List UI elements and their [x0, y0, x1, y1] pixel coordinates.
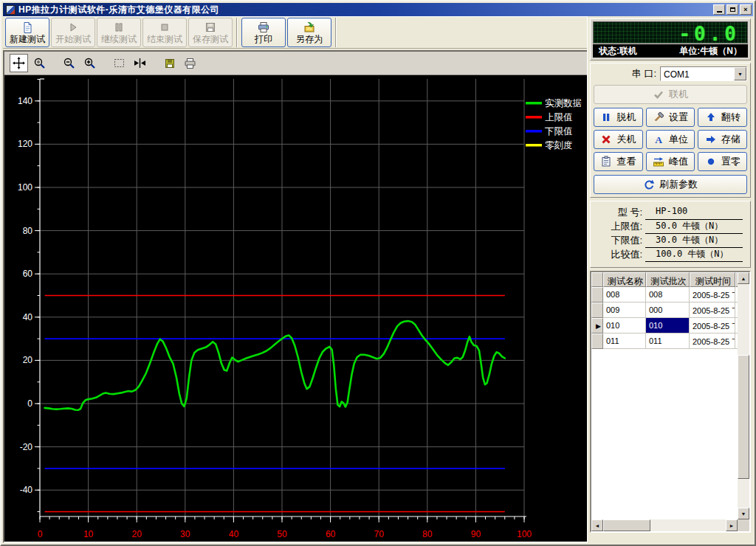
table-vertical-scrollbar[interactable]: ▲ ▼: [738, 272, 749, 519]
row-selector-header: [591, 272, 603, 287]
table-cell[interactable]: 011: [646, 334, 690, 349]
table-row[interactable]: 0080082005-8-25 下午: [591, 287, 738, 303]
floppy-arrow-icon: [303, 21, 315, 34]
info-row: 比较值:100.0 牛顿（N）: [595, 248, 743, 262]
legend-label: 零刻度: [545, 140, 573, 151]
table-cell[interactable]: 2005-8-25 下午: [690, 318, 735, 334]
column-header[interactable]: 测试批次: [646, 272, 690, 287]
y-tick-label: 120: [18, 139, 32, 149]
com-port-select[interactable]: COM1 ▼: [660, 66, 747, 81]
save-as-button[interactable]: 另存为: [287, 18, 331, 47]
stop-icon: [159, 21, 171, 34]
power-off-button[interactable]: 关机: [594, 130, 643, 149]
print-button[interactable]: 打印: [241, 18, 286, 47]
horizontal-scroll-thumb[interactable]: [603, 519, 650, 531]
zoom-drag-icon: [33, 57, 46, 69]
table-cell[interactable]: 2005-8-25 下午: [690, 303, 735, 318]
table-cell[interactable]: 2005-8-25 下午: [690, 287, 735, 303]
force-chart: -40-200204060801001201400102030405060708…: [4, 75, 588, 542]
zoom-out-button[interactable]: [60, 54, 78, 72]
status-label: 状态:联机: [599, 45, 637, 58]
refresh-params-button[interactable]: 刷新参数: [594, 175, 747, 194]
peak-button[interactable]: 峰值: [646, 152, 695, 171]
y-tick-label: 100: [18, 182, 32, 193]
chart-area: -40-200204060801001201400102030405060708…: [4, 75, 588, 542]
scroll-up-icon[interactable]: ▲: [738, 272, 749, 284]
offline-button[interactable]: 脱机: [594, 108, 643, 127]
vertical-scroll-thumb[interactable]: [738, 355, 749, 479]
info-value: 30.0 牛顿（N）: [645, 234, 743, 248]
save-chart-button[interactable]: [160, 54, 179, 72]
check-gray-icon: [653, 89, 664, 100]
table-cell[interactable]: 010: [603, 318, 646, 334]
legend-swatch: [526, 130, 542, 133]
x-tick-label: 80: [422, 529, 433, 539]
legend-swatch: [526, 102, 542, 105]
x-tick-label: 20: [132, 529, 142, 539]
x-tick-label: 10: [83, 529, 94, 539]
connect-button[interactable]: 联机: [594, 85, 747, 104]
select-region-button[interactable]: [110, 54, 128, 72]
column-header[interactable]: 测试名称: [603, 272, 646, 287]
table-row[interactable]: 0090002005-8-25 下午: [591, 303, 738, 318]
flip-button[interactable]: 翻转: [698, 108, 747, 127]
chevron-down-icon[interactable]: ▼: [734, 67, 746, 80]
printer-color-icon: [257, 21, 270, 34]
legend-label: 实测数据: [545, 98, 582, 108]
new-test-button[interactable]: 新建测试: [5, 18, 49, 47]
printer-small-icon: [184, 58, 196, 69]
zoom-drag-button[interactable]: [30, 54, 49, 72]
scroll-right-icon[interactable]: ►: [726, 519, 738, 531]
current-row-marker-icon: ▶: [596, 322, 601, 330]
y-tick-label: 60: [23, 269, 33, 279]
table-cell[interactable]: 008: [603, 287, 646, 303]
pause-blue-icon: [600, 111, 612, 123]
device-info-panel: 型 号:HP-100上限值:50.0 牛顿（N）下限值:30.0 牛顿（N）比较…: [590, 201, 751, 268]
table-cell[interactable]: 2005-8-25 下午: [690, 334, 735, 349]
start-test-button[interactable]: 开始测试: [51, 18, 95, 47]
column-header[interactable]: 测试时间: [690, 272, 735, 287]
end-test-button[interactable]: 结束测试: [142, 18, 187, 47]
pause-icon: [113, 21, 125, 34]
save-test-button[interactable]: 保存测试: [188, 18, 233, 47]
pan-icon: [13, 57, 25, 69]
y-tick-label: 80: [23, 226, 33, 236]
table-row[interactable]: ▶0100102005-8-25 下午: [591, 318, 738, 334]
row-selector-cell: [591, 334, 603, 349]
table-cell[interactable]: 011: [603, 334, 646, 349]
app-window: HP推拉力计测试软件-乐清市艾德堡仪器有限公司 × 新建测试开始测试继续测试结束…: [0, 0, 756, 546]
force-readout: -0.0: [593, 21, 748, 44]
table-horizontal-scrollbar[interactable]: ◄ ►: [591, 519, 738, 531]
restore-button[interactable]: [726, 4, 738, 15]
left-column: 新建测试开始测试继续测试结束测试保存测试打印另存为 -40-2002040608…: [3, 16, 590, 543]
arrow-up-icon: [705, 111, 717, 123]
row-selector-cell: ▶: [591, 318, 603, 334]
info-value: 100.0 牛顿（N）: [645, 248, 743, 262]
hammer-icon: [653, 111, 664, 123]
settings-button[interactable]: 设置: [646, 108, 695, 127]
minimize-button[interactable]: [713, 4, 725, 15]
force-value: -0.0: [678, 23, 740, 44]
zoom-in-button[interactable]: [80, 54, 99, 72]
pan-button[interactable]: [10, 54, 28, 72]
store-button[interactable]: 存储: [698, 130, 747, 149]
close-button[interactable]: ×: [740, 4, 752, 15]
table-cell[interactable]: 010: [646, 318, 690, 334]
scroll-down-icon[interactable]: ▼: [738, 508, 749, 519]
unit-button[interactable]: A单位: [646, 130, 695, 149]
zero-button[interactable]: 置零: [698, 152, 747, 171]
print-chart-button[interactable]: [181, 54, 199, 72]
x-tick-label: 100: [517, 529, 532, 539]
scroll-left-icon[interactable]: ◄: [591, 519, 603, 531]
table-cell[interactable]: 000: [646, 303, 690, 318]
fit-width-button[interactable]: [131, 54, 149, 72]
continue-test-button[interactable]: 继续测试: [97, 18, 141, 47]
table-row[interactable]: 0110112005-8-25 下午: [591, 334, 738, 349]
chart-toolbar: [4, 52, 588, 75]
y-tick-label: 140: [18, 96, 32, 106]
info-row: 上限值:50.0 牛顿（N）: [595, 220, 743, 234]
table-cell[interactable]: 008: [646, 287, 690, 303]
titlebar: HP推拉力计测试软件-乐清市艾德堡仪器有限公司 ×: [3, 3, 753, 16]
table-cell[interactable]: 009: [603, 303, 646, 318]
view-button[interactable]: 查看: [594, 152, 643, 171]
